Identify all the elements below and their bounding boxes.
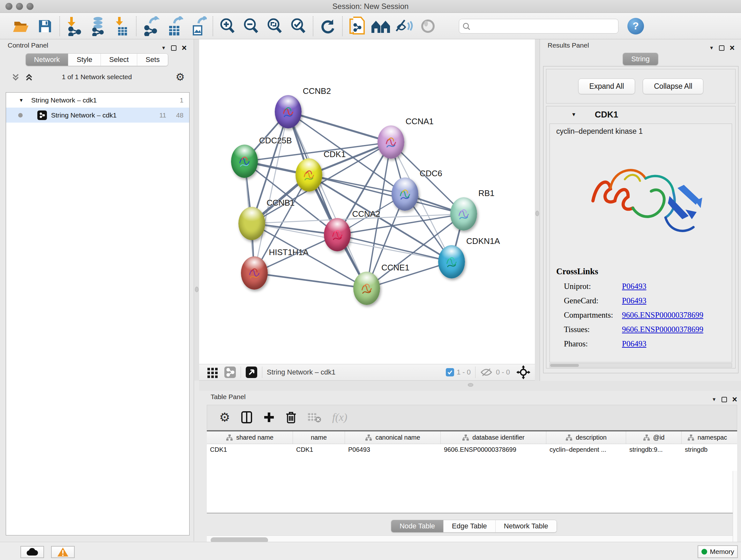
zoom-selected-button[interactable] bbox=[286, 15, 310, 38]
network-edge[interactable] bbox=[254, 273, 367, 288]
network-home-button[interactable] bbox=[369, 15, 393, 38]
tab-network[interactable]: Network bbox=[26, 54, 68, 66]
column-header[interactable]: namespac bbox=[682, 431, 733, 444]
create-column-plus-icon[interactable] bbox=[263, 412, 275, 423]
table-cell[interactable]: stringdb:9... bbox=[626, 444, 682, 456]
network-collection-row[interactable]: ▼ String Network – cdk1 1 bbox=[6, 92, 189, 108]
network-node-ccnb2[interactable] bbox=[275, 95, 301, 128]
table-cell[interactable]: P06493 bbox=[345, 444, 441, 456]
network-row[interactable]: String Network – cdk1 11 48 bbox=[6, 108, 189, 123]
function-builder-icon[interactable]: f(x) bbox=[332, 411, 347, 423]
import-network-database-button[interactable] bbox=[86, 15, 110, 38]
pan-crosshair-icon[interactable] bbox=[516, 365, 530, 379]
table-cell[interactable]: stringdb bbox=[682, 444, 733, 456]
export-table-button[interactable] bbox=[163, 15, 186, 38]
panel-close-icon[interactable]: × bbox=[182, 45, 187, 51]
column-header[interactable]: @id bbox=[626, 431, 682, 444]
crosslink-link[interactable]: P06493 bbox=[622, 296, 646, 305]
selected-checkbox-icon[interactable] bbox=[446, 368, 454, 376]
zoom-fit-button[interactable] bbox=[263, 15, 286, 38]
save-session-button[interactable] bbox=[33, 15, 57, 38]
help-button[interactable]: ? bbox=[627, 18, 644, 35]
right-splitter-handle[interactable] bbox=[536, 211, 539, 216]
column-header[interactable]: name bbox=[293, 431, 345, 444]
crosslink-link[interactable]: 9606.ENSP00000378699 bbox=[622, 325, 703, 334]
show-columns-icon[interactable] bbox=[241, 411, 253, 424]
panel-float-icon[interactable] bbox=[171, 45, 177, 51]
results-close-icon[interactable]: × bbox=[730, 45, 735, 51]
import-table-button[interactable] bbox=[110, 15, 133, 38]
column-header[interactable]: database identifier bbox=[441, 431, 546, 444]
crosslink-link[interactable]: 9606.ENSP00000378699 bbox=[622, 311, 703, 320]
left-splitter-handle[interactable] bbox=[195, 287, 199, 292]
warning-status-button[interactable] bbox=[51, 546, 75, 558]
network-node-cdc25b[interactable] bbox=[231, 145, 258, 178]
network-node-ccna1[interactable] bbox=[378, 125, 404, 159]
network-edge[interactable] bbox=[337, 235, 452, 261]
network-node-ccna2[interactable] bbox=[324, 218, 351, 251]
export-image-button[interactable] bbox=[186, 15, 210, 38]
left-splitter[interactable] bbox=[194, 39, 199, 381]
column-header[interactable]: shared name bbox=[207, 431, 293, 444]
birdseye-toggle-icon[interactable] bbox=[246, 366, 258, 378]
network-view-canvas[interactable]: CCNB2CCNA1CDC25BCDK1CDC6RB1CCNB1CCNA2CDK… bbox=[199, 39, 535, 364]
column-header[interactable]: description bbox=[546, 431, 626, 444]
grid-view-icon[interactable] bbox=[207, 367, 218, 378]
table-cell[interactable]: 9606.ENSP00000378699 bbox=[441, 444, 546, 456]
table-cell[interactable]: CDK1 bbox=[293, 444, 345, 456]
gene-collapse-icon[interactable]: ▼ bbox=[571, 112, 576, 118]
results-hscrollbar[interactable] bbox=[549, 363, 732, 368]
tab-node-table[interactable]: Node Table bbox=[391, 520, 443, 532]
open-session-button[interactable] bbox=[10, 15, 33, 38]
zoom-out-button[interactable] bbox=[239, 15, 263, 38]
results-hscroll-thumb[interactable] bbox=[550, 364, 579, 367]
hidden-eye-icon[interactable] bbox=[480, 368, 493, 377]
table-row[interactable]: CDK1 CDK1 P06493 9606.ENSP00000378699 cy… bbox=[207, 444, 737, 456]
crosslink-link[interactable]: P06493 bbox=[622, 282, 646, 291]
tab-sets[interactable]: Sets bbox=[137, 54, 168, 66]
gene-section-header[interactable]: ▼ CDK1 bbox=[546, 106, 735, 123]
collection-expand-icon[interactable]: ▼ bbox=[19, 98, 23, 103]
network-edge[interactable] bbox=[288, 112, 391, 142]
network-edge[interactable] bbox=[288, 112, 367, 288]
tab-network-table[interactable]: Network Table bbox=[495, 520, 556, 532]
network-node-ccne1[interactable] bbox=[353, 272, 380, 305]
network-node-ccnb1[interactable] bbox=[239, 207, 265, 240]
tab-string[interactable]: String bbox=[623, 53, 658, 65]
column-header[interactable]: canonical name bbox=[345, 431, 441, 444]
search-input[interactable] bbox=[473, 22, 607, 30]
cloud-status-button[interactable] bbox=[20, 546, 44, 558]
results-float-icon[interactable] bbox=[719, 45, 724, 51]
import-network-file-button[interactable] bbox=[63, 15, 86, 38]
delete-column-trash-icon[interactable] bbox=[286, 411, 296, 424]
table-splitter-handle[interactable] bbox=[468, 383, 473, 387]
memory-button[interactable]: Memory bbox=[697, 545, 738, 558]
network-options-gear-icon[interactable]: ⚙ bbox=[176, 71, 185, 83]
network-node-hist1h1a[interactable] bbox=[241, 256, 268, 290]
export-network-button[interactable] bbox=[139, 15, 163, 38]
zoom-in-button[interactable] bbox=[216, 15, 239, 38]
network-node-cdc6[interactable] bbox=[392, 178, 418, 211]
expand-all-button[interactable]: Expand All bbox=[578, 78, 635, 94]
table-options-gear-icon[interactable]: ⚙ bbox=[219, 412, 230, 423]
apply-layout-button[interactable] bbox=[316, 15, 340, 38]
network-node-cdkn1a[interactable] bbox=[438, 245, 465, 278]
hide-graphics-details-button[interactable] bbox=[393, 15, 416, 38]
network-node-rb1[interactable] bbox=[450, 197, 477, 231]
share-view-icon[interactable] bbox=[224, 366, 236, 378]
panel-menu-icon[interactable]: ▼ bbox=[161, 42, 166, 54]
table-cell[interactable]: cyclin–dependent ... bbox=[546, 444, 626, 456]
birdseye-disabled-button[interactable] bbox=[416, 15, 440, 38]
share-document-button[interactable] bbox=[345, 15, 369, 38]
table-close-icon[interactable]: × bbox=[732, 396, 737, 402]
results-menu-icon[interactable]: ▼ bbox=[709, 42, 714, 54]
delete-table-icon[interactable] bbox=[307, 412, 321, 423]
table-cell[interactable]: CDK1 bbox=[207, 444, 293, 456]
table-float-icon[interactable] bbox=[722, 397, 727, 402]
tab-select[interactable]: Select bbox=[100, 54, 137, 66]
tab-style[interactable]: Style bbox=[68, 54, 100, 66]
table-menu-icon[interactable]: ▼ bbox=[712, 393, 717, 406]
network-node-cdk1[interactable] bbox=[295, 159, 322, 192]
crosslink-link[interactable]: P06493 bbox=[622, 339, 646, 348]
collapse-all-button[interactable]: Collapse All bbox=[643, 78, 703, 94]
